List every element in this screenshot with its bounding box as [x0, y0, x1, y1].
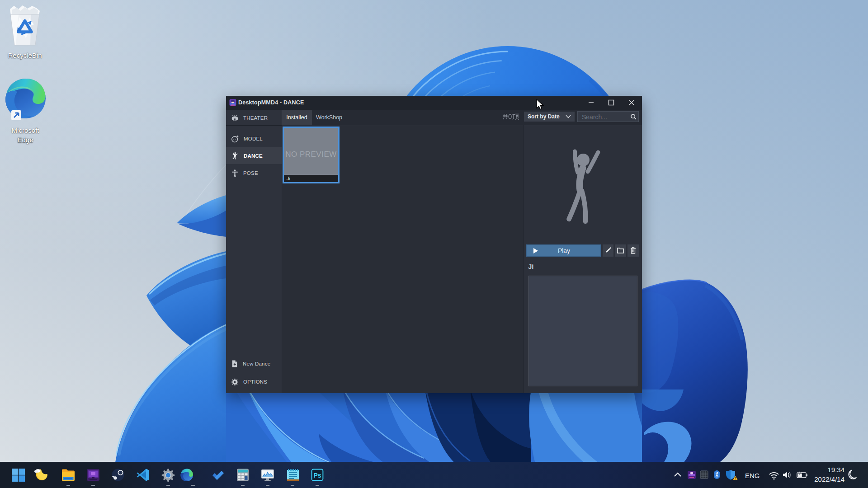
svg-text:2022/4/14: 2022/4/14 [814, 475, 844, 483]
svg-text:ENG: ENG [745, 472, 760, 479]
svg-text:Ps: Ps [313, 472, 321, 479]
svg-text:19:34: 19:34 [827, 466, 844, 474]
